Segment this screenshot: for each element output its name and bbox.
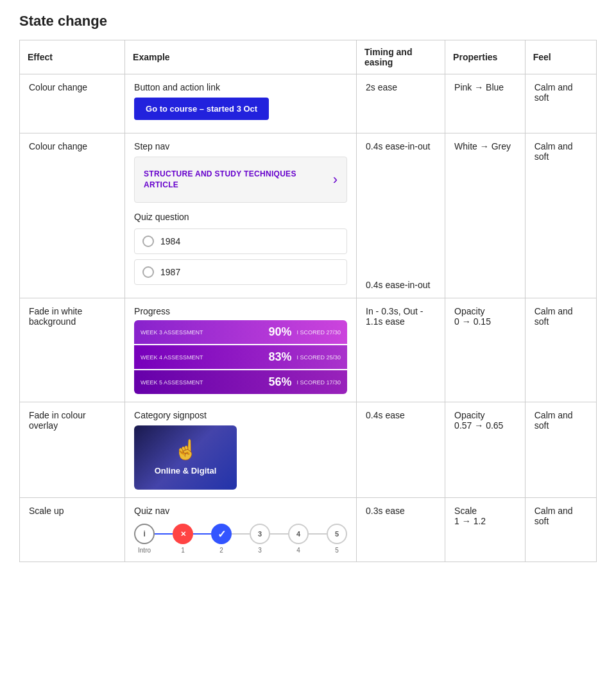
table-row: Fade in white background Progress WEEK 3… (20, 298, 597, 402)
quiz-nav-circle-intro: i (134, 524, 155, 544)
progress-score-3: I SCORED 17/30 (297, 379, 341, 386)
example-label: Quiz nav (134, 506, 347, 516)
properties-line2: 0 → 0.15 (454, 316, 516, 327)
radio-icon (142, 236, 154, 247)
quiz-nav-circle-5: 5 (327, 524, 347, 544)
quiz-label: Quiz question (134, 212, 347, 222)
col-header-feel: Feel (525, 40, 596, 74)
effect-cell: Colour change (20, 133, 125, 298)
category-title: Online & Digital (155, 466, 217, 476)
hand-icon: ☝ (174, 438, 198, 461)
properties-line1: Opacity (454, 410, 516, 420)
quiz-nav: i Intro ✕ 1 ✓ 2 (134, 524, 347, 554)
quiz-nav-label-5: 5 (335, 547, 339, 554)
quiz-nav-item-2[interactable]: ✓ 2 (211, 524, 232, 554)
col-header-example: Example (125, 40, 357, 74)
properties-line2: 0.57 → 0.65 (454, 420, 516, 431)
example-label: Step nav (134, 141, 347, 151)
timing-cell: 0.4s ease-in-out 0.4s ease-in-out (357, 133, 445, 298)
timing-cell: 0.4s ease (357, 402, 445, 498)
timing-1: 0.4s ease-in-out (366, 141, 436, 151)
progress-label-2: WEEK 4 ASSESSMENT (141, 354, 263, 361)
quiz-option-2[interactable]: 1987 (134, 259, 347, 285)
example-cell: Quiz nav i Intro ✕ 1 (125, 498, 357, 562)
quiz-nav-circle-2: ✓ (211, 524, 232, 544)
effect-cell: Scale up (20, 498, 125, 562)
example-cell: Step nav STRUCTURE AND STUDY TECHNIQUES … (125, 133, 357, 298)
quiz-nav-label-4: 4 (296, 547, 300, 554)
quiz-nav-item-3[interactable]: 3 3 (250, 524, 270, 554)
table-row: Scale up Quiz nav i Intro ✕ 1 (20, 498, 597, 562)
quiz-nav-label-1: 1 (181, 547, 185, 554)
progress-row-2: WEEK 4 ASSESSMENT 83% I SCORED 25/30 (134, 345, 347, 369)
page-title: State change (19, 13, 597, 30)
radio-icon (142, 266, 154, 278)
state-change-table: Effect Example Timing and easing Propert… (19, 40, 597, 562)
table-row: Colour change Step nav STRUCTURE AND STU… (20, 133, 597, 298)
quiz-nav-circle-1: ✕ (173, 524, 193, 544)
quiz-option-label: 1987 (160, 267, 180, 277)
example-cell: Progress WEEK 3 ASSESSMENT 90% I SCORED … (125, 298, 357, 402)
example-label: Progress (134, 306, 347, 316)
col-header-timing: Timing and easing (357, 40, 445, 74)
feel-cell: Calm and soft (525, 74, 596, 133)
nav-connector (193, 533, 211, 535)
feel-cell: Calm and soft (525, 498, 596, 562)
quiz-option-label: 1984 (160, 236, 180, 246)
quiz-nav-circle-3: 3 (250, 524, 270, 544)
example-label: Button and action link (134, 82, 347, 92)
properties-cell: Opacity 0 → 0.15 (445, 298, 526, 402)
quiz-nav-label-intro: Intro (138, 547, 151, 554)
progress-label-3: WEEK 5 ASSESSMENT (141, 379, 263, 386)
effect-cell: Colour change (20, 74, 125, 133)
quiz-nav-item-1[interactable]: ✕ 1 (173, 524, 193, 554)
quiz-nav-label-2: 2 (219, 547, 223, 554)
feel-cell: Calm and soft (525, 402, 596, 498)
quiz-nav-label-3: 3 (258, 547, 262, 554)
quiz-option-1[interactable]: 1984 (134, 228, 347, 254)
nav-connector (232, 533, 250, 535)
nav-connector (270, 533, 288, 535)
progress-pct-3: 56% (268, 375, 291, 389)
quiz-nav-circle-4: 4 (288, 524, 309, 544)
example-cell: Category signpost ☝ Online & Digital (125, 402, 357, 498)
quiz-nav-item-4[interactable]: 4 4 (288, 524, 309, 554)
progress-pct-2: 83% (268, 350, 291, 364)
blue-button[interactable]: Go to course – started 3 Oct (134, 98, 269, 120)
progress-pct-1: 90% (268, 325, 291, 339)
table-row: Colour change Button and action link Go … (20, 74, 597, 133)
effect-cell: Fade in colour overlay (20, 402, 125, 498)
properties-line2: 1 → 1.2 (454, 516, 516, 526)
progress-container: WEEK 3 ASSESSMENT 90% I SCORED 27/30 WEE… (134, 320, 347, 394)
properties-cell: Scale 1 → 1.2 (445, 498, 526, 562)
progress-row-1: WEEK 3 ASSESSMENT 90% I SCORED 27/30 (134, 320, 347, 344)
timing-2: 0.4s ease-in-out (366, 280, 436, 290)
properties-cell: Pink → Blue (445, 74, 526, 133)
category-card[interactable]: ☝ Online & Digital (134, 425, 237, 490)
step-nav-card[interactable]: STRUCTURE AND STUDY TECHNIQUES ARTICLE › (134, 157, 347, 203)
timing-cell: 2s ease (357, 74, 445, 133)
example-cell: Button and action link Go to course – st… (125, 74, 357, 133)
properties-cell: White → Grey (445, 133, 526, 298)
timing-cell: 0.3s ease (357, 498, 445, 562)
properties-cell: Opacity 0.57 → 0.65 (445, 402, 526, 498)
properties-line1: Scale (454, 506, 516, 516)
nav-connector (309, 533, 327, 535)
step-nav-text: STRUCTURE AND STUDY TECHNIQUES ARTICLE (144, 169, 296, 191)
nav-connector (155, 533, 173, 535)
chevron-right-icon: › (333, 171, 338, 188)
quiz-nav-item-5[interactable]: 5 5 (327, 524, 347, 554)
timing-cell: In - 0.3s, Out - 1.1s ease (357, 298, 445, 402)
progress-row-3: WEEK 5 ASSESSMENT 56% I SCORED 17/30 (134, 370, 347, 394)
table-row: Fade in colour overlay Category signpost… (20, 402, 597, 498)
col-header-properties: Properties (445, 40, 526, 74)
quiz-nav-item-intro[interactable]: i Intro (134, 524, 155, 554)
effect-cell: Fade in white background (20, 298, 125, 402)
properties-line1: Opacity (454, 306, 516, 316)
progress-score-2: I SCORED 25/30 (297, 354, 341, 361)
feel-cell: Calm and soft (525, 133, 596, 298)
feel-cell: Calm and soft (525, 298, 596, 402)
col-header-effect: Effect (20, 40, 125, 74)
progress-label-1: WEEK 3 ASSESSMENT (141, 329, 263, 336)
example-label: Category signpost (134, 410, 347, 420)
